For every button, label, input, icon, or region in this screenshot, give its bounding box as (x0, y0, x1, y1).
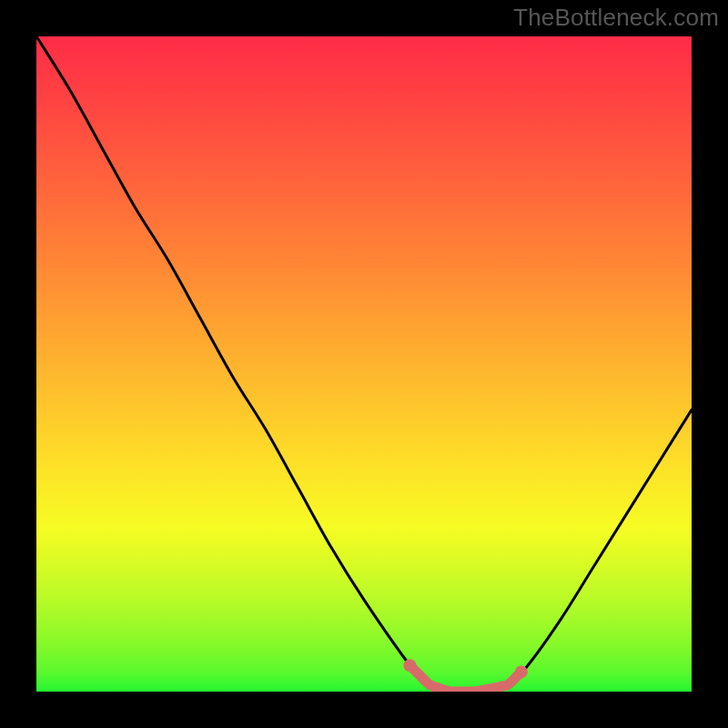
highlight-segment (410, 665, 521, 692)
curve-layer (36, 36, 692, 692)
watermark-text: TheBottleneck.com (513, 4, 719, 32)
chart-frame: TheBottleneck.com (0, 0, 728, 728)
highlight-start-dot (403, 659, 416, 672)
highlight-end-dot (515, 665, 528, 678)
bottleneck-curve (36, 36, 692, 692)
plot-area (36, 36, 692, 692)
